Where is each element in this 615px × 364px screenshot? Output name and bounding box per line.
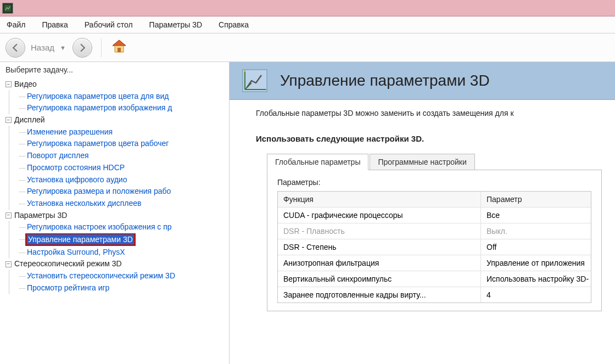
forward-button[interactable] (72, 38, 92, 58)
back-button[interactable] (5, 38, 25, 58)
tree-item[interactable]: Изменение разрешения (19, 126, 229, 138)
menubar: Файл Правка Рабочий стол Параметры 3D Сп… (0, 16, 615, 33)
tree-item[interactable]: Просмотр состояния HDCP (19, 162, 229, 174)
tree-item[interactable]: Установить стереоскопический режим 3D (19, 270, 229, 282)
intro-text: Глобальные параметры 3D можно заменить и… (256, 109, 602, 117)
header-param: Параметр (481, 192, 591, 207)
menu-file[interactable]: Файл (3, 19, 29, 31)
tab-panel-global: Параметры: Функция Параметр CUDA - графи… (267, 170, 602, 311)
table-row[interactable]: DSR - Плавность Выкл. (278, 223, 591, 239)
menu-desktop[interactable]: Рабочий стол (81, 19, 136, 31)
task-tree: − Видео Регулировка параметров цвета для… (0, 77, 229, 294)
collapse-icon[interactable]: − (5, 261, 12, 267)
table-row[interactable]: DSR - Степень Off (278, 239, 591, 255)
menu-help[interactable]: Справка (215, 19, 252, 31)
tree-item[interactable]: Поворот дисплея (19, 150, 229, 162)
titlebar (0, 0, 615, 16)
header-function: Функция (278, 192, 481, 207)
table-row[interactable]: Анизотропная фильтрация Управление от пр… (278, 255, 591, 271)
table-row[interactable]: Заранее подготовленные кадры вирту... 4 (278, 287, 591, 303)
collapse-icon[interactable]: − (5, 212, 12, 219)
toolbar: Назад ▼ (0, 33, 615, 62)
home-button[interactable] (110, 38, 128, 57)
tree-category-stereo3d[interactable]: − Стереоскопический режим 3D (5, 258, 229, 270)
tree-item[interactable]: Настройка Surround, PhysX (19, 247, 229, 259)
page-title: Управление параметрами 3D (280, 72, 490, 89)
params-label: Параметры: (277, 178, 591, 187)
tab-program[interactable]: Программные настройки (370, 154, 474, 170)
tabs: Глобальные параметры Программные настрой… (267, 154, 602, 170)
section-title: Использовать следующие настройки 3D. (256, 134, 602, 143)
tree-category-video[interactable]: − Видео (5, 79, 229, 91)
tree-item[interactable]: Просмотр рейтинга игр (19, 282, 229, 294)
tree-item-manage-3d[interactable]: Управление параметрами 3D (19, 233, 229, 247)
content-header: Управление параметрами 3D (230, 62, 615, 100)
back-dropdown-icon[interactable]: ▼ (60, 44, 66, 51)
header-3d-icon (239, 65, 270, 96)
tree-item[interactable]: Регулировка настроек изображения с пр (19, 221, 229, 233)
table-row[interactable]: Вертикальный синхроимпульс Использовать … (278, 271, 591, 287)
menu-params3d[interactable]: Параметры 3D (146, 19, 205, 31)
app-icon (2, 3, 13, 14)
tree-category-params3d[interactable]: − Параметры 3D (5, 210, 229, 222)
tree-category-display[interactable]: − Дисплей (5, 114, 229, 126)
tree-item[interactable]: Регулировка размера и положения рабо (19, 186, 229, 198)
back-label: Назад (31, 43, 54, 52)
menu-edit[interactable]: Правка (38, 19, 71, 31)
tree-item[interactable]: Регулировка параметров цвета рабочег (19, 138, 229, 150)
sidebar: Выберите задачу... − Видео Регулировка п… (0, 62, 230, 364)
params-table: Функция Параметр CUDA - графические проц… (277, 191, 591, 303)
table-row[interactable]: CUDA - графические процессоры Все (278, 207, 591, 223)
content-pane: Управление параметрами 3D Глобальные пар… (230, 62, 615, 364)
collapse-icon[interactable]: − (5, 117, 12, 123)
tab-global[interactable]: Глобальные параметры (267, 154, 368, 170)
tree-item[interactable]: Регулировка параметров изображения д (19, 102, 229, 114)
tree-item[interactable]: Установка цифрового аудио (19, 174, 229, 186)
toolbar-separator (101, 38, 102, 57)
tree-item[interactable]: Установка нескольких дисплеев (19, 198, 229, 210)
table-header: Функция Параметр (278, 192, 591, 207)
svg-rect-1 (118, 48, 121, 52)
collapse-icon[interactable]: − (5, 81, 12, 87)
tree-item[interactable]: Регулировка параметров цвета для вид (19, 91, 229, 103)
sidebar-title: Выберите задачу... (0, 62, 229, 77)
